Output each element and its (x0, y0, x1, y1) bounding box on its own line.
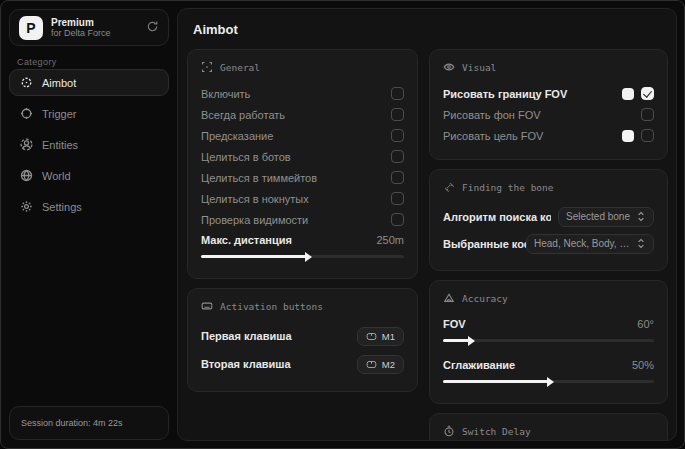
visual-label: Рисовать фон FOV (443, 109, 541, 121)
mouse-icon (366, 360, 377, 369)
sidebar-item-settings[interactable]: Settings (9, 193, 169, 220)
entities-icon (20, 138, 33, 151)
premium-card: P Premium for Delta Force (9, 9, 169, 46)
visual-row: Рисовать фон FOV (443, 104, 654, 125)
checkbox[interactable] (391, 108, 404, 121)
color-swatch[interactable] (622, 130, 634, 142)
refresh-icon[interactable] (146, 20, 159, 36)
fov-slider[interactable] (443, 339, 654, 342)
toggle-label: Всегда работать (201, 109, 285, 121)
panel-title: Accuracy (462, 293, 508, 304)
toggle-label: Целиться в тиммейтов (201, 172, 317, 184)
premium-title: Premium (51, 17, 138, 29)
eye-icon (443, 61, 455, 73)
sidebar-item-world[interactable]: World (9, 162, 169, 189)
gear-icon (20, 200, 33, 213)
color-swatch[interactable] (622, 88, 634, 100)
sidebar-item-aimbot[interactable]: Aimbot (9, 69, 169, 96)
keybind-button-m1[interactable]: M1 (357, 327, 404, 346)
activation-buttons-panel: Activation buttons Первая клавиша M1 Вто… (187, 288, 418, 392)
panel-title: Visual (462, 62, 496, 73)
bone-label: Выбранные кос (443, 238, 526, 250)
bone-algorithm-select[interactable]: Selected bone (558, 207, 654, 227)
slider-label: FOV (443, 318, 466, 330)
keybind-label: Первая клавиша (201, 330, 292, 342)
bone-row: Выбранные кос Head, Neck, Body, Pe... (443, 230, 654, 257)
visual-row: Рисовать границу FOV (443, 83, 654, 104)
slider-label: Макс. дистанция (201, 234, 292, 246)
sidebar-item-entities[interactable]: Entities (9, 131, 169, 158)
sidebar-item-label: World (42, 170, 71, 182)
switch-delay-panel: Switch Delay Задержка переключения Задер… (429, 413, 668, 441)
keybind-button-m2[interactable]: M2 (357, 355, 404, 374)
panel-title: Activation buttons (220, 301, 323, 312)
slider-value: 250m (376, 234, 404, 246)
app-logo: P (19, 16, 43, 40)
keybind-row: Первая клавиша M1 (201, 322, 404, 350)
toggle-row: Целиться в ботов (201, 146, 404, 167)
checkbox[interactable] (391, 87, 404, 100)
bone-row: Алгоритм поиска кост Selected bone (443, 203, 654, 230)
session-duration-text: Session duration: 4m 22s (21, 418, 123, 428)
checkbox[interactable] (641, 108, 654, 121)
keybind-row: Вторая клавиша M2 (201, 350, 404, 378)
accuracy-panel: Accuracy FOV 60° Сглаживание 50% (429, 280, 668, 404)
toggle-label: Целиться в нокнутых (201, 193, 309, 205)
slider-thumb[interactable] (305, 252, 312, 262)
sidebar-item-label: Settings (42, 201, 82, 213)
toggle-row: Целиться в тиммейтов (201, 167, 404, 188)
main-panel: Aimbot General Включить Всегда работать (177, 8, 677, 441)
checkbox[interactable] (391, 171, 404, 184)
toggle-label: Предсказание (201, 130, 273, 142)
category-label: Category (17, 57, 57, 67)
finding-bone-panel: Finding the bone Алгоритм поиска кост Se… (429, 169, 668, 271)
checkbox[interactable] (391, 150, 404, 163)
sidebar-item-label: Trigger (42, 108, 76, 120)
keyboard-icon (201, 300, 213, 312)
sidebar: P Premium for Delta Force Category Aimbo… (1, 1, 177, 448)
checkbox[interactable] (641, 129, 654, 142)
sidebar-item-trigger[interactable]: Trigger (9, 100, 169, 127)
slider-value: 60° (637, 318, 654, 330)
visual-label: Рисовать границу FOV (443, 88, 567, 100)
toggle-label: Проверка видимости (201, 214, 308, 226)
trigger-icon (20, 107, 33, 120)
visual-label: Рисовать цель FOV (443, 130, 543, 142)
toggle-label: Целиться в ботов (201, 151, 291, 163)
crosshair-icon (20, 76, 33, 89)
toggle-row: Всегда работать (201, 104, 404, 125)
slider-value: 50% (632, 359, 654, 371)
unfold-icon (636, 211, 646, 222)
unfold-icon (636, 238, 646, 249)
bone-label: Алгоритм поиска кост (443, 211, 551, 223)
keybind-label: Вторая клавиша (201, 358, 291, 370)
checkbox[interactable] (391, 213, 404, 226)
toggle-label: Включить (201, 88, 250, 100)
smoothing-slider[interactable] (443, 380, 654, 383)
sidebar-nav: Aimbot Trigger Entities World (9, 69, 169, 220)
timer-icon (443, 425, 455, 437)
checkbox[interactable] (641, 87, 654, 100)
slider-thumb[interactable] (468, 336, 475, 346)
checkbox[interactable] (391, 192, 404, 205)
panel-title: Switch Delay (462, 426, 531, 437)
toggle-row: Проверка видимости (201, 209, 404, 230)
scan-icon (201, 61, 213, 73)
app-window: P Premium for Delta Force Category Aimbo… (0, 0, 685, 449)
session-duration-card: Session duration: 4m 22s (9, 406, 169, 440)
page-title: Aimbot (193, 22, 668, 37)
slider-thumb[interactable] (547, 377, 554, 387)
panel-title: Finding the bone (462, 182, 554, 193)
toggle-row: Предсказание (201, 125, 404, 146)
visual-row: Рисовать цель FOV (443, 125, 654, 146)
premium-subtitle: for Delta Force (51, 28, 138, 38)
checkbox[interactable] (391, 129, 404, 142)
toggle-row: Целиться в нокнутых (201, 188, 404, 209)
panel-title: General (220, 62, 260, 73)
visual-panel: Visual Рисовать границу FOV Рисовать фон… (429, 49, 668, 160)
globe-icon (20, 169, 33, 182)
mouse-icon (366, 332, 377, 341)
max-distance-slider[interactable] (201, 255, 404, 258)
selected-bones-select[interactable]: Head, Neck, Body, Pe... (526, 234, 654, 254)
toggle-row: Включить (201, 83, 404, 104)
